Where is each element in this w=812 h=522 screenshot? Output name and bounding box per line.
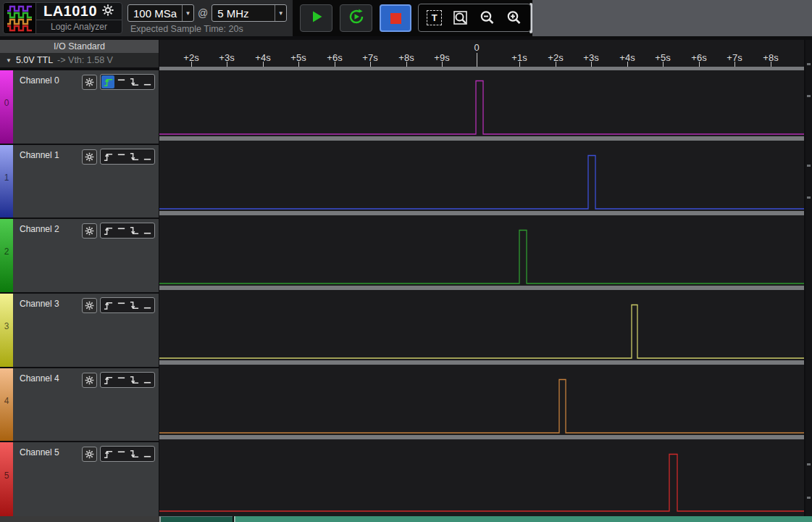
channel-label[interactable]: Channel 0 [20,75,59,86]
waveform-channel-2[interactable] [159,220,804,294]
zoom-selection-button[interactable] [451,7,472,29]
channel-color-bar[interactable]: 5 [0,442,13,517]
trigger-rising-edge-button[interactable] [101,447,114,460]
row-separator [159,136,804,141]
trigger-low-level-button[interactable] [141,75,154,88]
chevron-down-icon[interactable]: ▼ [182,5,193,21]
sample-count-select[interactable]: 100 MSa ▼ [127,4,194,22]
trigger-rising-edge-button[interactable] [101,224,114,237]
trigger-group [100,149,155,165]
channel-row: 1 Channel 1 [0,145,159,218]
trigger-falling-edge-button[interactable] [127,447,141,460]
channel-color-bar[interactable]: 1 [0,145,13,218]
overview-capture-segment[interactable] [234,516,812,522]
waveform-channel-1[interactable] [159,145,804,220]
channel-row: 3 Channel 3 [0,294,159,367]
zoom-selection-icon [453,9,470,27]
channel-label[interactable]: Channel 3 [20,299,59,309]
bottom-corner-filler [0,516,159,522]
channel-label[interactable]: Channel 1 [20,150,59,160]
waveform-channel-3[interactable] [159,294,804,369]
stop-icon [390,13,401,24]
io-standard-header: I/O Standard [0,40,159,53]
trigger-falling-edge-button[interactable] [127,224,141,237]
channel-settings-button[interactable] [82,149,97,165]
channel-color-bar[interactable]: 2 [0,219,13,292]
overview-viewport-segment[interactable] [159,516,233,522]
channel-number: 4 [0,396,13,406]
trigger-low-level-button[interactable] [141,224,154,237]
channel-settings-button[interactable] [82,447,97,462]
timeline-tick-mark [699,62,700,67]
device-type-label: Logic Analyzer [36,20,122,34]
channel-label[interactable]: Channel 5 [20,447,59,457]
channel-row: 0 Channel 0 [0,70,159,144]
stop-capture-button[interactable] [380,4,411,32]
play-icon [308,8,325,28]
trigger-rising-edge-button[interactable] [101,75,114,88]
waveform-channel-0[interactable] [159,70,804,145]
trigger-low-level-button[interactable] [141,447,154,460]
trigger-group [100,446,155,462]
trigger-low-level-button[interactable] [141,373,154,386]
timeline-tick-mark [556,62,556,67]
waveform-channel-5[interactable] [159,444,804,516]
annotation-tool-button[interactable]: T [424,7,445,29]
io-standard-value: 5.0V TTL [16,55,53,65]
trigger-high-level-button[interactable] [114,373,127,386]
trigger-high-level-button[interactable] [114,447,127,460]
trigger-falling-edge-button[interactable] [127,75,141,88]
repeat-icon [347,7,366,29]
channel-label[interactable]: Channel 2 [20,224,59,234]
trigger-rising-edge-button[interactable] [101,150,114,163]
channel-row: 4 Channel 4 [0,368,159,441]
row-separator [159,360,804,365]
sample-rate-select[interactable]: 5 MHz ▼ [212,4,287,22]
trigger-group [100,74,155,90]
waveform-channel-4[interactable] [159,369,804,444]
start-capture-button[interactable] [300,4,332,32]
trigger-group [100,223,155,239]
trigger-falling-edge-button[interactable] [127,150,141,163]
sample-count-value: 100 MSa [128,7,182,20]
logic-analyzer-app: LA1010 Logic Analyzer 100 MSa ▼ @ [0,0,812,522]
timeline-tick-mark [734,62,735,67]
timeline-tick-mark [627,62,628,67]
repeat-capture-button[interactable] [340,4,372,32]
channel-color-bar[interactable]: 0 [0,70,13,144]
chevron-down-icon[interactable]: ▼ [275,5,286,21]
trigger-high-level-button[interactable] [114,150,127,163]
zoom-in-button[interactable] [503,7,525,29]
timeline-tick-mark [298,62,299,67]
zoom-out-button[interactable] [477,7,498,29]
trigger-falling-edge-button[interactable] [127,373,141,386]
trigger-high-level-button[interactable] [114,224,127,237]
trigger-low-level-button[interactable] [141,150,154,163]
trigger-high-level-button[interactable] [114,299,127,312]
channel-color-bar[interactable]: 4 [0,368,13,441]
caret-down-icon: ▼ [6,57,12,64]
channel-settings-button[interactable] [82,298,97,313]
timeline-tick-mark [370,62,371,67]
channel-number: 1 [0,173,13,183]
device-settings-icon[interactable] [101,4,114,20]
channel-color-bar[interactable]: 3 [0,294,13,367]
channel-settings-button[interactable] [82,75,97,90]
channel-settings-button[interactable] [82,373,97,388]
trigger-high-level-button[interactable] [114,75,127,88]
trigger-falling-edge-button[interactable] [127,299,141,312]
timeline-tick-mark [191,62,192,67]
app-logo-icon [4,3,36,33]
device-block: LA1010 Logic Analyzer [3,2,122,34]
row-separator [159,435,804,439]
timeline-ruler[interactable]: +2s+3s+4s+5s+6s+7s+8s+9s0+1s+2s+3s+4s+5s… [159,40,804,67]
io-standard-select[interactable]: ▼ 5.0V TTL -> Vth: 1.58 V [0,53,159,67]
trigger-rising-edge-button[interactable] [101,373,114,386]
timeline-tick-mark [263,62,264,67]
trigger-rising-edge-button[interactable] [101,299,114,312]
channel-settings-button[interactable] [82,223,97,239]
trigger-low-level-button[interactable] [141,299,154,312]
channel-label[interactable]: Channel 4 [20,373,59,384]
row-separator [159,286,804,290]
vertical-scrollbar[interactable] [805,40,812,516]
